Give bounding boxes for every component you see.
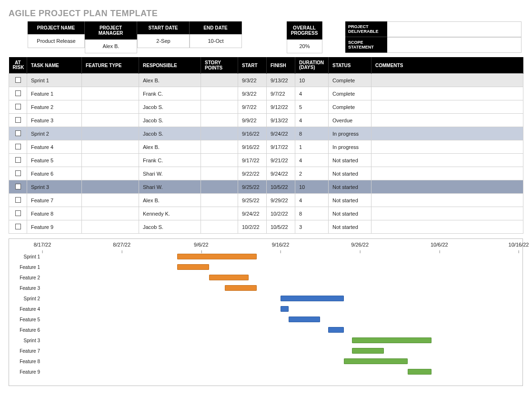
scope-statement-value[interactable] [387,37,522,53]
cell-start[interactable]: 10/2/22 [238,220,267,234]
cell-feature-type[interactable] [82,127,139,140]
cell-status[interactable]: Not started [329,207,371,220]
cell-duration[interactable]: 4 [295,114,329,127]
cell-task-name[interactable]: Feature 6 [27,167,82,180]
cell-comments[interactable] [371,180,523,194]
cell-responsible[interactable]: Alex B. [139,140,201,154]
cell-status[interactable]: Not started [329,194,371,207]
at-risk-checkbox[interactable] [15,170,21,176]
cell-status[interactable]: Not started [329,180,371,194]
cell-task-name[interactable]: Feature 2 [27,100,82,114]
cell-start[interactable]: 9/25/22 [238,180,267,194]
cell-responsible[interactable]: Alex B. [139,194,201,207]
cell-story-points[interactable] [201,127,238,140]
cell-task-name[interactable]: Feature 7 [27,194,82,207]
cell-finish[interactable]: 9/29/22 [267,194,295,207]
cell-duration[interactable]: 3 [295,220,329,234]
cell-feature-type[interactable] [82,220,139,234]
cell-feature-type[interactable] [82,194,139,207]
at-risk-checkbox[interactable] [15,157,21,163]
cell-feature-type[interactable] [82,154,139,167]
cell-start[interactable]: 9/16/22 [238,127,267,140]
cell-responsible[interactable]: Jacob S. [139,100,201,114]
cell-comments[interactable] [371,140,523,154]
cell-duration[interactable]: 4 [295,154,329,167]
cell-responsible[interactable]: Alex B. [139,74,201,87]
project-manager-value[interactable]: Alex B. [85,40,137,53]
at-risk-checkbox[interactable] [15,224,21,229]
at-risk-checkbox[interactable] [15,104,21,109]
cell-feature-type[interactable] [82,207,139,220]
cell-task-name[interactable]: Sprint 1 [27,74,82,87]
cell-responsible[interactable]: Frank C. [139,87,201,100]
cell-finish[interactable]: 9/13/22 [267,74,295,87]
project-deliverable-value[interactable] [387,21,522,37]
cell-finish[interactable]: 9/24/22 [267,127,295,140]
cell-start[interactable]: 9/7/22 [238,100,267,114]
cell-status[interactable]: Overdue [329,114,371,127]
at-risk-checkbox[interactable] [15,130,21,136]
cell-story-points[interactable] [201,114,238,127]
cell-story-points[interactable] [201,140,238,154]
cell-duration[interactable]: 1 [295,140,329,154]
cell-duration[interactable]: 10 [295,180,329,194]
cell-feature-type[interactable] [82,114,139,127]
cell-story-points[interactable] [201,87,238,100]
at-risk-checkbox[interactable] [15,77,21,83]
cell-story-points[interactable] [201,74,238,87]
cell-finish[interactable]: 9/12/22 [267,100,295,114]
cell-duration[interactable]: 2 [295,167,329,180]
cell-responsible[interactable]: Jacob S. [139,220,201,234]
cell-duration[interactable]: 4 [295,87,329,100]
cell-responsible[interactable]: Shari W. [139,167,201,180]
cell-comments[interactable] [371,127,523,140]
cell-responsible[interactable]: Jacob S. [139,127,201,140]
cell-finish[interactable]: 9/13/22 [267,114,295,127]
at-risk-checkbox[interactable] [15,144,21,149]
cell-duration[interactable]: 8 [295,127,329,140]
cell-feature-type[interactable] [82,140,139,154]
cell-duration[interactable]: 10 [295,74,329,87]
cell-comments[interactable] [371,100,523,114]
cell-finish[interactable]: 10/5/22 [267,220,295,234]
cell-comments[interactable] [371,220,523,234]
cell-finish[interactable]: 9/17/22 [267,140,295,154]
at-risk-checkbox[interactable] [15,197,21,203]
cell-comments[interactable] [371,207,523,220]
cell-feature-type[interactable] [82,74,139,87]
cell-comments[interactable] [371,154,523,167]
cell-status[interactable]: Not started [329,220,371,234]
cell-comments[interactable] [371,194,523,207]
project-name-value[interactable]: Product Release [28,34,85,48]
cell-start[interactable]: 9/22/22 [238,167,267,180]
cell-start[interactable]: 9/3/22 [238,74,267,87]
cell-start[interactable]: 9/17/22 [238,154,267,167]
cell-finish[interactable]: 9/7/22 [267,87,295,100]
cell-feature-type[interactable] [82,87,139,100]
cell-story-points[interactable] [201,154,238,167]
cell-responsible[interactable]: Jacob S. [139,114,201,127]
cell-status[interactable]: In progress [329,140,371,154]
cell-status[interactable]: Complete [329,87,371,100]
cell-responsible[interactable]: Frank C. [139,154,201,167]
cell-start[interactable]: 9/25/22 [238,194,267,207]
cell-status[interactable]: In progress [329,127,371,140]
cell-comments[interactable] [371,114,523,127]
cell-story-points[interactable] [201,100,238,114]
cell-story-points[interactable] [201,167,238,180]
cell-comments[interactable] [371,87,523,100]
cell-comments[interactable] [371,74,523,87]
cell-finish[interactable]: 9/21/22 [267,154,295,167]
cell-start[interactable]: 9/16/22 [238,140,267,154]
cell-start[interactable]: 9/9/22 [238,114,267,127]
cell-status[interactable]: Complete [329,74,371,87]
at-risk-checkbox[interactable] [15,90,21,96]
cell-responsible[interactable]: Shari W. [139,180,201,194]
cell-task-name[interactable]: Feature 3 [27,114,82,127]
start-date-value[interactable]: 2-Sep [137,34,190,48]
cell-status[interactable]: Not started [329,154,371,167]
cell-task-name[interactable]: Sprint 2 [27,127,82,140]
cell-story-points[interactable] [201,194,238,207]
cell-finish[interactable]: 10/2/22 [267,207,295,220]
cell-story-points[interactable] [201,220,238,234]
